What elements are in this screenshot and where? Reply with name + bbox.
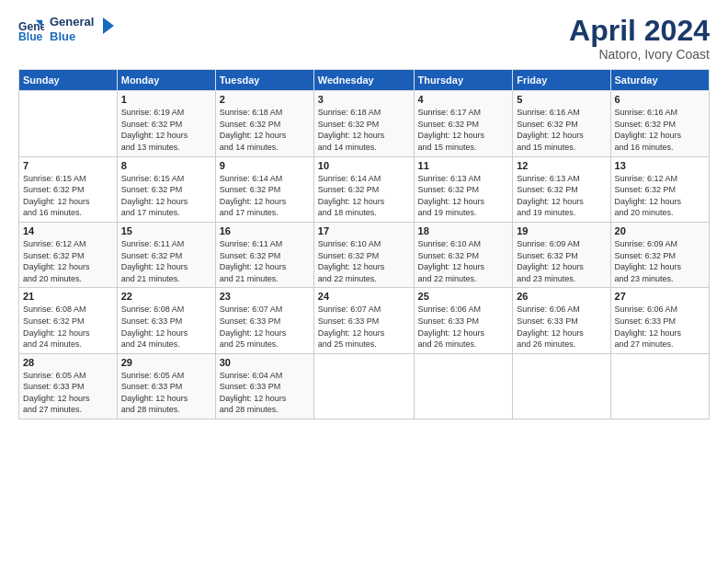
day-number: 5 xyxy=(517,94,606,105)
day-number: 28 xyxy=(23,357,113,368)
logo-line2: Blue xyxy=(50,29,94,44)
week-row-3: 14Sunrise: 6:12 AM Sunset: 6:32 PM Dayli… xyxy=(19,222,710,287)
day-number: 15 xyxy=(121,225,211,236)
day-cell: 24Sunrise: 6:07 AM Sunset: 6:33 PM Dayli… xyxy=(313,288,414,353)
col-tuesday: Tuesday xyxy=(215,70,313,91)
day-info: Sunrise: 6:17 AM Sunset: 6:32 PM Dayligh… xyxy=(418,107,509,153)
day-cell xyxy=(513,353,610,419)
day-cell: 6Sunrise: 6:16 AM Sunset: 6:32 PM Daylig… xyxy=(610,91,709,156)
day-number: 25 xyxy=(418,291,509,302)
day-info: Sunrise: 6:18 AM Sunset: 6:32 PM Dayligh… xyxy=(318,107,410,153)
day-cell: 14Sunrise: 6:12 AM Sunset: 6:32 PM Dayli… xyxy=(19,222,118,287)
svg-marker-3 xyxy=(103,17,114,34)
logo-line1: General xyxy=(50,15,94,29)
day-info: Sunrise: 6:13 AM Sunset: 6:32 PM Dayligh… xyxy=(418,173,509,219)
header: General Blue General Blue April 2024 Nat… xyxy=(18,15,710,62)
header-row: Sunday Monday Tuesday Wednesday Thursday… xyxy=(19,70,710,91)
day-info: Sunrise: 6:10 AM Sunset: 6:32 PM Dayligh… xyxy=(318,238,410,284)
day-info: Sunrise: 6:08 AM Sunset: 6:33 PM Dayligh… xyxy=(121,304,211,350)
day-info: Sunrise: 6:15 AM Sunset: 6:32 PM Dayligh… xyxy=(23,173,113,219)
day-cell xyxy=(610,353,709,419)
logo: General Blue General Blue xyxy=(18,15,116,43)
day-number: 7 xyxy=(23,160,113,171)
day-number: 6 xyxy=(615,94,705,105)
day-number: 3 xyxy=(318,94,410,105)
location: Natoro, Ivory Coast xyxy=(569,47,710,62)
day-cell: 21Sunrise: 6:08 AM Sunset: 6:32 PM Dayli… xyxy=(19,288,118,353)
day-cell xyxy=(414,353,513,419)
day-info: Sunrise: 6:15 AM Sunset: 6:32 PM Dayligh… xyxy=(121,173,211,219)
col-thursday: Thursday xyxy=(414,70,513,91)
day-number: 19 xyxy=(517,225,606,236)
day-number: 8 xyxy=(121,160,211,171)
day-cell: 10Sunrise: 6:14 AM Sunset: 6:32 PM Dayli… xyxy=(313,156,414,222)
day-cell: 27Sunrise: 6:06 AM Sunset: 6:33 PM Dayli… xyxy=(610,288,709,353)
day-info: Sunrise: 6:16 AM Sunset: 6:32 PM Dayligh… xyxy=(517,107,606,153)
day-info: Sunrise: 6:19 AM Sunset: 6:32 PM Dayligh… xyxy=(121,107,211,153)
day-info: Sunrise: 6:10 AM Sunset: 6:32 PM Dayligh… xyxy=(418,238,509,284)
day-cell: 11Sunrise: 6:13 AM Sunset: 6:32 PM Dayli… xyxy=(414,156,513,222)
day-number: 13 xyxy=(615,160,705,171)
day-info: Sunrise: 6:05 AM Sunset: 6:33 PM Dayligh… xyxy=(23,370,113,416)
week-row-1: 1Sunrise: 6:19 AM Sunset: 6:32 PM Daylig… xyxy=(19,91,710,156)
day-info: Sunrise: 6:12 AM Sunset: 6:32 PM Dayligh… xyxy=(615,173,705,219)
day-cell: 19Sunrise: 6:09 AM Sunset: 6:32 PM Dayli… xyxy=(513,222,610,287)
day-cell: 26Sunrise: 6:06 AM Sunset: 6:33 PM Dayli… xyxy=(513,288,610,353)
logo-icon: General Blue xyxy=(18,17,44,42)
day-info: Sunrise: 6:16 AM Sunset: 6:32 PM Dayligh… xyxy=(615,107,705,153)
calendar-page: General Blue General Blue April 2024 Nat… xyxy=(0,0,728,563)
day-cell: 25Sunrise: 6:06 AM Sunset: 6:33 PM Dayli… xyxy=(414,288,513,353)
day-cell: 23Sunrise: 6:07 AM Sunset: 6:33 PM Dayli… xyxy=(215,288,313,353)
col-saturday: Saturday xyxy=(610,70,709,91)
day-number: 27 xyxy=(615,291,705,302)
day-number: 4 xyxy=(418,94,509,105)
day-number: 24 xyxy=(318,291,410,302)
day-cell: 16Sunrise: 6:11 AM Sunset: 6:32 PM Dayli… xyxy=(215,222,313,287)
day-info: Sunrise: 6:07 AM Sunset: 6:33 PM Dayligh… xyxy=(220,304,310,350)
day-cell: 22Sunrise: 6:08 AM Sunset: 6:33 PM Dayli… xyxy=(117,288,215,353)
day-number: 11 xyxy=(418,160,509,171)
day-number: 20 xyxy=(615,225,705,236)
day-info: Sunrise: 6:08 AM Sunset: 6:32 PM Dayligh… xyxy=(23,304,113,350)
title-area: April 2024 Natoro, Ivory Coast xyxy=(569,15,710,62)
day-cell: 3Sunrise: 6:18 AM Sunset: 6:32 PM Daylig… xyxy=(313,91,414,156)
day-info: Sunrise: 6:09 AM Sunset: 6:32 PM Dayligh… xyxy=(615,238,705,284)
day-number: 26 xyxy=(517,291,606,302)
week-row-2: 7Sunrise: 6:15 AM Sunset: 6:32 PM Daylig… xyxy=(19,156,710,222)
col-friday: Friday xyxy=(513,70,610,91)
day-cell: 4Sunrise: 6:17 AM Sunset: 6:32 PM Daylig… xyxy=(414,91,513,156)
calendar-table: Sunday Monday Tuesday Wednesday Thursday… xyxy=(18,69,710,419)
day-cell: 18Sunrise: 6:10 AM Sunset: 6:32 PM Dayli… xyxy=(414,222,513,287)
day-info: Sunrise: 6:05 AM Sunset: 6:33 PM Dayligh… xyxy=(121,370,211,416)
day-info: Sunrise: 6:07 AM Sunset: 6:33 PM Dayligh… xyxy=(318,304,410,350)
day-number: 14 xyxy=(23,225,113,236)
week-row-5: 28Sunrise: 6:05 AM Sunset: 6:33 PM Dayli… xyxy=(19,353,710,419)
day-cell: 30Sunrise: 6:04 AM Sunset: 6:33 PM Dayli… xyxy=(215,353,313,419)
day-cell: 8Sunrise: 6:15 AM Sunset: 6:32 PM Daylig… xyxy=(117,156,215,222)
day-number: 30 xyxy=(220,357,310,368)
day-number: 22 xyxy=(121,291,211,302)
day-info: Sunrise: 6:13 AM Sunset: 6:32 PM Dayligh… xyxy=(517,173,606,219)
day-cell: 7Sunrise: 6:15 AM Sunset: 6:32 PM Daylig… xyxy=(19,156,118,222)
day-cell: 28Sunrise: 6:05 AM Sunset: 6:33 PM Dayli… xyxy=(19,353,118,419)
day-number: 12 xyxy=(517,160,606,171)
day-cell: 15Sunrise: 6:11 AM Sunset: 6:32 PM Dayli… xyxy=(117,222,215,287)
day-info: Sunrise: 6:06 AM Sunset: 6:33 PM Dayligh… xyxy=(517,304,606,350)
day-cell: 1Sunrise: 6:19 AM Sunset: 6:32 PM Daylig… xyxy=(117,91,215,156)
day-cell: 5Sunrise: 6:16 AM Sunset: 6:32 PM Daylig… xyxy=(513,91,610,156)
svg-text:Blue: Blue xyxy=(18,30,43,42)
day-number: 17 xyxy=(318,225,410,236)
day-number: 29 xyxy=(121,357,211,368)
day-cell: 2Sunrise: 6:18 AM Sunset: 6:32 PM Daylig… xyxy=(215,91,313,156)
day-cell xyxy=(313,353,414,419)
day-info: Sunrise: 6:09 AM Sunset: 6:32 PM Dayligh… xyxy=(517,238,606,284)
day-number: 16 xyxy=(220,225,310,236)
day-number: 21 xyxy=(23,291,113,302)
logo-arrow-icon xyxy=(96,16,116,36)
col-monday: Monday xyxy=(117,70,215,91)
day-info: Sunrise: 6:11 AM Sunset: 6:32 PM Dayligh… xyxy=(121,238,211,284)
day-number: 1 xyxy=(121,94,211,105)
month-title: April 2024 xyxy=(569,15,710,47)
day-number: 23 xyxy=(220,291,310,302)
day-cell: 12Sunrise: 6:13 AM Sunset: 6:32 PM Dayli… xyxy=(513,156,610,222)
